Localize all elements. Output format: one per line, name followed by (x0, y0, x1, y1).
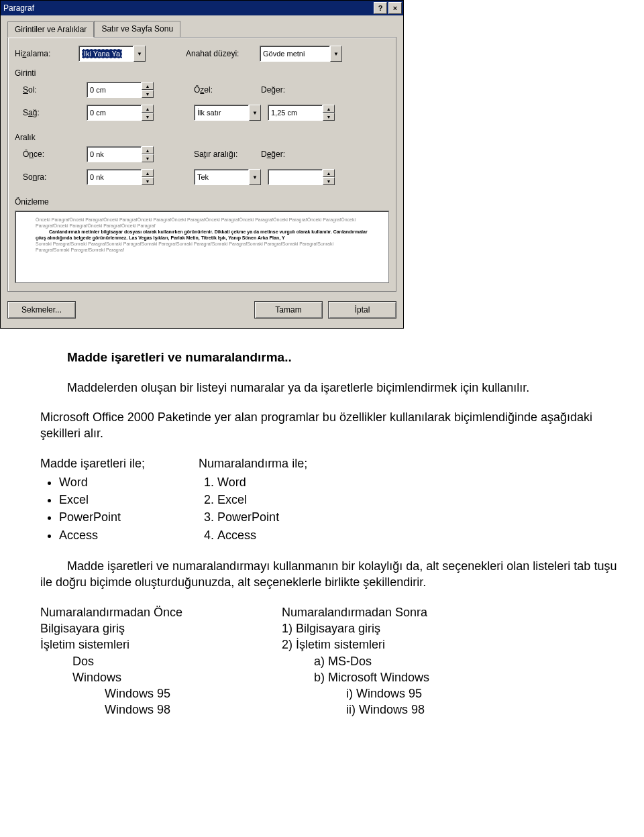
list-item: Windows 98 (105, 702, 282, 718)
list-item: Access (217, 527, 307, 543)
tab-indents-spacing[interactable]: Girintiler ve Aralıklar (7, 21, 94, 38)
left-value: 0 cm (90, 86, 106, 94)
tab-panel: Hizalama: İki Yana Ya ▼ Anahat düzeyi: G… (7, 37, 396, 292)
down-arrow-icon[interactable]: ▼ (323, 113, 335, 121)
linespacing-dropdown[interactable]: Tek ▼ (194, 169, 261, 185)
help-button[interactable]: ? (374, 2, 387, 14)
cancel-button[interactable]: İptal (328, 301, 396, 319)
after-value: 0 nk (90, 173, 104, 181)
list-item: Excel (217, 492, 307, 508)
at-label: Değer: (261, 150, 285, 159)
alignment-dropdown[interactable]: İki Yana Ya ▼ (78, 46, 146, 62)
numbers-title: Numaralandırma ile; (199, 455, 307, 471)
up-arrow-icon[interactable]: ▲ (323, 169, 335, 177)
before-column: Numaralandırmadan Önce Bilgisayara giriş… (40, 604, 282, 718)
list-item: b) Microsoft Windows (314, 669, 523, 685)
ok-button[interactable]: Tamam (254, 301, 323, 319)
after-label: Sonra: (23, 172, 46, 182)
up-arrow-icon[interactable]: ▲ (323, 105, 335, 113)
paragraph-1: Maddelerden oluşan bir listeyi numaralar… (40, 380, 624, 396)
before-header: Numaralandırmadan Önce (40, 604, 282, 620)
section-heading: Madde işaretleri ve numaralandırma.. (40, 349, 624, 366)
preview-line-before: Önceki ParagrafÖnceki ParagrafÖnceki Par… (36, 217, 368, 229)
at-spinner[interactable]: ▲▼ (268, 169, 335, 185)
left-label: Sol: (23, 85, 37, 95)
spacing-group-label: Aralık (15, 133, 389, 142)
titlebar-buttons: ? × (374, 2, 402, 14)
right-spinner[interactable]: 0 cm ▲▼ (87, 105, 154, 121)
list-item: Excel (59, 492, 145, 508)
list-item: 1) Bilgisayara giriş (282, 620, 523, 636)
preview-group-label: Önizleme (15, 197, 389, 207)
list-item: a) MS-Dos (314, 653, 523, 669)
bullet-list: Word Excel PowerPoint Access (40, 474, 145, 543)
special-dropdown[interactable]: İlk satır ▼ (194, 105, 261, 121)
list-item: Access (59, 527, 145, 543)
up-arrow-icon[interactable]: ▲ (142, 105, 154, 113)
list-item: İşletim sistemleri (40, 636, 282, 653)
paragraph-3: Madde işaretleri ve numaralandırmayı kul… (40, 558, 624, 591)
outline-value: Gövde metni (263, 50, 305, 58)
preview-box: Önceki ParagrafÖnceki ParagrafÖnceki Par… (15, 211, 389, 283)
nested-list-comparison: Numaralandırmadan Önce Bilgisayara giriş… (40, 604, 624, 718)
after-column: Numaralandırmadan Sonra 1) Bilgisayara g… (282, 604, 523, 718)
left-spinner[interactable]: 0 cm ▲▼ (87, 82, 154, 98)
tab-line-page-breaks[interactable]: Satır ve Sayfa Sonu (94, 21, 180, 37)
list-item: Windows (72, 669, 282, 685)
list-item: Word (59, 474, 145, 490)
close-button[interactable]: × (388, 2, 402, 14)
before-value: 0 nk (90, 150, 104, 158)
list-item: PowerPoint (217, 509, 307, 525)
down-arrow-icon[interactable]: ▼ (142, 113, 154, 121)
preview-line-after: Sonraki ParagrafSonraki ParagrafSonraki … (36, 241, 368, 253)
before-spinner[interactable]: 0 nk ▲▼ (87, 146, 154, 162)
chevron-down-icon[interactable]: ▼ (249, 105, 261, 121)
special-label: Özel: (194, 85, 213, 95)
list-item: i) Windows 95 (346, 685, 523, 702)
down-arrow-icon[interactable]: ▼ (142, 154, 154, 162)
outline-label: Anahat düzeyi: (186, 49, 239, 58)
chevron-down-icon[interactable]: ▼ (133, 46, 146, 62)
bullets-title: Madde işaretleri ile; (40, 455, 145, 471)
list-item: PowerPoint (59, 509, 145, 525)
by-spinner[interactable]: 1,25 cm ▲▼ (268, 105, 335, 121)
after-spinner[interactable]: 0 nk ▲▼ (87, 169, 154, 185)
titlebar: Paragraf ? × (1, 1, 403, 15)
preview-line-current: Canlandırmalı metinler bilgisayar dosyas… (36, 229, 368, 241)
up-arrow-icon[interactable]: ▲ (142, 82, 154, 90)
linespacing-value: Tek (197, 173, 209, 181)
by-value: 1,25 cm (271, 109, 297, 117)
right-value: 0 cm (90, 109, 106, 117)
indent-group-label: Girinti (15, 68, 385, 78)
before-label: Önce: (23, 150, 44, 159)
dialog-title: Paragraf (3, 3, 34, 13)
after-header: Numaralandırmadan Sonra (282, 604, 523, 620)
list-item: 2) İşletim sistemleri (282, 636, 523, 653)
chevron-down-icon[interactable]: ▼ (330, 46, 342, 62)
up-arrow-icon[interactable]: ▲ (142, 169, 154, 177)
tabs-button[interactable]: Sekmeler... (7, 301, 76, 319)
tab-strip: Girintiler ve Aralıklar Satır ve Sayfa S… (7, 21, 396, 37)
outline-dropdown[interactable]: Gövde metni ▼ (260, 46, 342, 62)
up-arrow-icon[interactable]: ▲ (142, 146, 154, 154)
bullet-column: Madde işaretleri ile; Word Excel PowerPo… (40, 455, 145, 545)
list-item: Dos (72, 653, 282, 669)
special-value: İlk satır (197, 109, 221, 117)
list-item: Word (217, 474, 307, 490)
dialog-body: Girintiler ve Aralıklar Satır ve Sayfa S… (1, 15, 403, 328)
alignment-value: İki Yana Ya (82, 49, 122, 58)
paragraph-2: Microsoft Office 2000 Paketinde yer alan… (40, 409, 624, 442)
list-item: Bilgisayara giriş (40, 620, 282, 636)
number-list: Word Excel PowerPoint Access (199, 474, 307, 543)
down-arrow-icon[interactable]: ▼ (323, 177, 335, 185)
number-column: Numaralandırma ile; Word Excel PowerPoin… (199, 455, 307, 545)
list-item: Windows 95 (105, 685, 282, 702)
by-label: Değer: (261, 85, 285, 95)
down-arrow-icon[interactable]: ▼ (142, 90, 154, 98)
down-arrow-icon[interactable]: ▼ (142, 177, 154, 185)
document-content: Madde işaretleri ve numaralandırma.. Mad… (0, 349, 644, 745)
paragraph-dialog: Paragraf ? × Girintiler ve Aralıklar Sat… (0, 0, 404, 329)
chevron-down-icon[interactable]: ▼ (249, 169, 261, 185)
linespacing-label: Satır aralığı: (194, 150, 237, 159)
right-label: Sağ: (23, 108, 40, 117)
